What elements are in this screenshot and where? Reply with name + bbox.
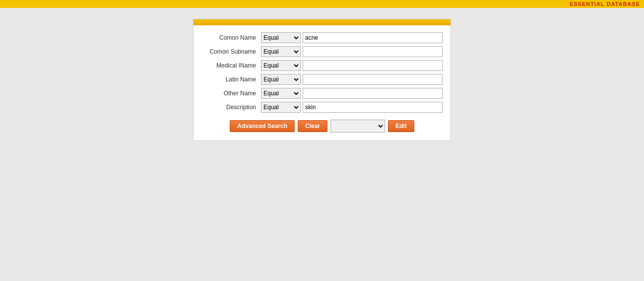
field-row: Comon NameEqualContainsStarts WithEnds W… <box>201 32 443 43</box>
field-label-4: Other Name <box>201 90 261 97</box>
actions-row: Advanced Search Clear Edit <box>201 120 443 133</box>
panel-header <box>193 19 451 25</box>
field-input-4[interactable] <box>303 88 443 99</box>
field-row: Latin NameEqualContainsStarts WithEnds W… <box>201 74 443 85</box>
field-operator-4[interactable]: EqualContainsStarts WithEnds With <box>261 88 301 99</box>
app-title: ESSENTIAL DATABASE <box>570 1 640 7</box>
field-operator-2[interactable]: EqualContainsStarts WithEnds With <box>261 60 301 71</box>
field-operator-0[interactable]: EqualContainsStarts WithEnds With <box>261 32 301 43</box>
field-input-2[interactable] <box>303 60 443 71</box>
edit-button[interactable]: Edit <box>388 120 414 132</box>
edit-select[interactable] <box>330 120 385 133</box>
field-label-1: Comon Subname <box>201 48 261 55</box>
field-operator-5[interactable]: EqualContainsStarts WithEnds With <box>261 102 301 113</box>
field-row: DescriptionEqualContainsStarts WithEnds … <box>201 102 443 113</box>
field-label-5: Description <box>201 104 261 111</box>
search-panel: Comon NameEqualContainsStarts WithEnds W… <box>193 19 451 141</box>
field-label-0: Comon Name <box>201 34 261 41</box>
field-row: Other NameEqualContainsStarts WithEnds W… <box>201 88 443 99</box>
panel-body: Comon NameEqualContainsStarts WithEnds W… <box>193 25 451 140</box>
top-bar: ESSENTIAL DATABASE <box>0 0 644 8</box>
main-container: Comon NameEqualContainsStarts WithEnds W… <box>0 8 644 141</box>
field-operator-3[interactable]: EqualContainsStarts WithEnds With <box>261 74 301 85</box>
advanced-search-button[interactable]: Advanced Search <box>230 120 295 132</box>
field-row: Comon SubnameEqualContainsStarts WithEnd… <box>201 46 443 57</box>
field-input-1[interactable] <box>303 46 443 57</box>
field-input-3[interactable] <box>303 74 443 85</box>
field-operator-1[interactable]: EqualContainsStarts WithEnds With <box>261 46 301 57</box>
field-label-2: Medical IName <box>201 62 261 69</box>
field-row: Medical INameEqualContainsStarts WithEnd… <box>201 60 443 71</box>
fields-container: Comon NameEqualContainsStarts WithEnds W… <box>201 32 443 113</box>
field-label-3: Latin Name <box>201 76 261 83</box>
field-input-0[interactable] <box>303 32 443 43</box>
clear-button[interactable]: Clear <box>298 120 327 132</box>
field-input-5[interactable] <box>303 102 443 113</box>
